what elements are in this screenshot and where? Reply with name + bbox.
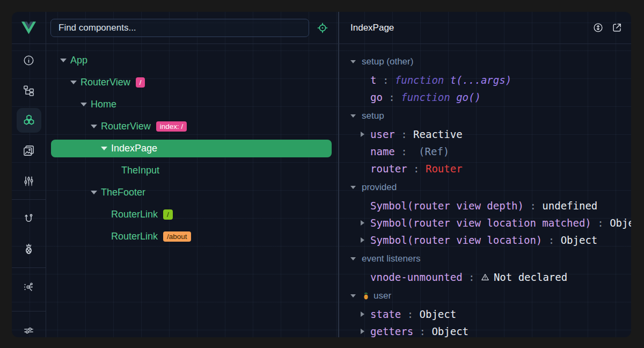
- search-input[interactable]: [50, 19, 309, 37]
- caret-right-icon[interactable]: [361, 220, 364, 226]
- component-name: RouterLink: [111, 209, 158, 220]
- key-value-separator: :: [591, 217, 610, 229]
- state-key: Symbol(router view location): [370, 234, 542, 246]
- caret-down-icon[interactable]: [80, 103, 87, 106]
- component-name: RouterView: [80, 77, 130, 88]
- state-key: t: [370, 74, 376, 86]
- state-row-name: name : (Ref): [339, 143, 631, 160]
- scroll-to-component-icon[interactable]: [592, 22, 604, 33]
- component-name: Home: [91, 99, 116, 110]
- caret-down-icon[interactable]: [350, 60, 356, 63]
- state-value: Object: [420, 308, 457, 320]
- caret-right-icon[interactable]: [361, 237, 364, 243]
- caret-down-icon[interactable]: [350, 257, 356, 260]
- section-header-user[interactable]: user: [339, 286, 631, 306]
- section-header-setup[interactable]: setup: [339, 106, 631, 126]
- route-badge: /: [136, 77, 145, 88]
- component-name: TheFooter: [101, 187, 145, 198]
- warning-icon: [481, 273, 489, 281]
- state-key: Symbol(router view depth): [370, 200, 524, 212]
- pinia-icon: [23, 243, 35, 255]
- state-value: Object: [610, 217, 631, 229]
- key-value-separator: :: [542, 234, 560, 246]
- state-key: user: [370, 128, 395, 140]
- state-key: router: [370, 163, 407, 175]
- route-badge: /about: [163, 231, 191, 242]
- tree-row-app[interactable]: App: [46, 49, 338, 71]
- state-row-symbol-router-view-depth: Symbol(router view depth) : undefined: [339, 197, 631, 214]
- state-row-user[interactable]: user : Reactive: [339, 126, 631, 143]
- tree-row-routerlink[interactable]: RouterLink/: [46, 204, 338, 226]
- graph-icon: [23, 281, 35, 293]
- info-icon: [23, 54, 35, 67]
- caret-down-icon[interactable]: [350, 186, 356, 189]
- pages-icon: [23, 144, 35, 157]
- sidebar-item-components[interactable]: [17, 108, 41, 133]
- logo-cell: [12, 12, 46, 44]
- caret-right-icon[interactable]: [361, 132, 364, 137]
- state-row-getters[interactable]: getters : Object: [339, 323, 631, 337]
- key-value-separator: :: [395, 128, 413, 140]
- tree-row-routerlink[interactable]: RouterLink/about: [46, 226, 338, 248]
- state-row-router: router : Router: [339, 160, 631, 177]
- caret-down-icon[interactable]: [60, 59, 67, 62]
- sidebar-item-pages[interactable]: [17, 138, 41, 163]
- state-value: t(...args): [450, 74, 511, 86]
- section-header-event-listeners[interactable]: event listeners: [339, 249, 631, 269]
- caret-right-icon[interactable]: [361, 329, 364, 334]
- key-value-separator: :: [524, 200, 542, 212]
- state-value: undefined: [542, 200, 597, 212]
- tree-row-home[interactable]: Home: [46, 93, 338, 115]
- timeline-icon: [23, 175, 35, 187]
- state-value: Object: [561, 234, 598, 246]
- caret-down-icon[interactable]: [101, 147, 107, 150]
- state-value: Object: [431, 325, 469, 337]
- sidebar-item-settings[interactable]: [17, 318, 41, 337]
- caret-right-icon[interactable]: [361, 311, 364, 317]
- state-row-symbol-router-view-location[interactable]: Symbol(router view location) : Object: [339, 231, 631, 249]
- key-value-separator: :: [407, 163, 426, 175]
- key-value-separator: :: [383, 91, 401, 103]
- state-key: go: [370, 91, 383, 103]
- state-row-state[interactable]: state : Object: [339, 306, 631, 323]
- tree-row-indexpage[interactable]: IndexPage: [46, 137, 338, 160]
- components-icon: [23, 114, 35, 127]
- component-name: TheInput: [121, 165, 159, 176]
- tree-row-routerview[interactable]: RouterViewindex: /: [46, 115, 338, 137]
- open-in-editor-icon[interactable]: [611, 22, 623, 33]
- section-header-setup-other[interactable]: setup (other): [339, 52, 631, 71]
- sidebar-item-component-tree[interactable]: [17, 78, 41, 103]
- section-title: provided: [362, 182, 397, 193]
- route-badge: /: [163, 209, 173, 220]
- locate-component-icon[interactable]: [317, 22, 328, 34]
- component-name: RouterLink: [111, 231, 158, 242]
- key-value-separator: :: [413, 325, 431, 337]
- state-key: getters: [370, 325, 413, 337]
- state-value: (Ref): [419, 146, 449, 157]
- section-title: setup: [362, 111, 384, 121]
- inspector-title: IndexPage: [350, 23, 585, 33]
- sidebar-item-graph[interactable]: [17, 274, 41, 299]
- section-header-provided[interactable]: provided: [339, 177, 631, 197]
- tree-row-routerview[interactable]: RouterView/: [46, 71, 338, 93]
- sidebar-item-pinia[interactable]: [17, 236, 41, 261]
- caret-down-icon[interactable]: [70, 81, 77, 84]
- sidebar-divider: [12, 267, 46, 268]
- state-row-t: t : function t(...args): [339, 71, 631, 89]
- caret-down-icon[interactable]: [91, 125, 97, 128]
- caret-down-icon[interactable]: [350, 114, 356, 118]
- state-row-symbol-router-view-location-matched[interactable]: Symbol(router view location matched) : O…: [339, 214, 631, 231]
- sidebar-item-overview[interactable]: [17, 48, 41, 73]
- state-row-vnode-unmounted: vnode-unmounted : Not declared: [339, 269, 631, 286]
- sidebar-divider: [12, 311, 46, 311]
- tree-row-thefooter[interactable]: TheFooter: [46, 182, 338, 204]
- tree-row-theinput[interactable]: TheInput: [46, 160, 338, 182]
- section-title: user: [374, 291, 391, 301]
- search-bar: [46, 12, 339, 44]
- caret-down-icon[interactable]: [91, 191, 97, 194]
- key-value-separator: :: [376, 74, 394, 86]
- caret-down-icon[interactable]: [350, 294, 356, 298]
- sidebar-item-router[interactable]: [17, 206, 41, 231]
- sidebar-item-timeline[interactable]: [17, 168, 41, 193]
- state-value: function: [401, 91, 456, 103]
